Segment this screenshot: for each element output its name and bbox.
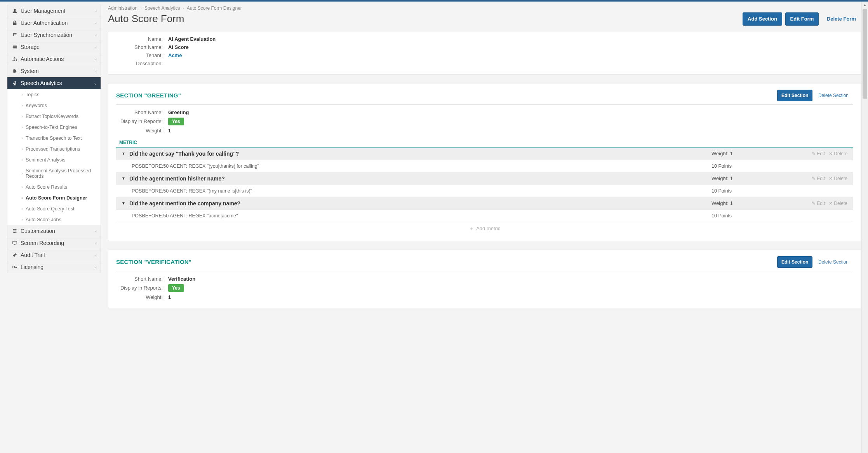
sidebar-subitem-label: Topics <box>26 92 39 97</box>
breadcrumb-item[interactable]: Speech Analytics <box>144 5 180 11</box>
main-content: Administration › Speech Analytics › Auto… <box>101 2 868 453</box>
sidebar-item-user-synchronization[interactable]: User Synchronization‹ <box>7 29 101 41</box>
chevron-left-icon: ‹ <box>96 45 97 49</box>
sidebar-subitem-auto-score-form-designer[interactable]: »Auto Score Form Designer <box>7 193 101 203</box>
add-metric-button[interactable]: ＋ Add metric <box>116 222 853 235</box>
sidebar-item-storage[interactable]: Storage‹ <box>7 41 101 53</box>
svg-point-4 <box>14 60 16 61</box>
section-card: SECTION "VERIFICATION"Edit Section Delet… <box>108 250 861 308</box>
sidebar-item-user-management[interactable]: User Management‹ <box>7 5 101 17</box>
edit-metric-button[interactable]: ✎ Edit <box>812 201 825 206</box>
sidebar-item-label: Automatic Actions <box>21 56 64 62</box>
delete-section-button[interactable]: Delete Section <box>814 256 853 268</box>
gear-icon <box>12 68 17 74</box>
edit-metric-button[interactable]: ✎ Edit <box>812 151 825 156</box>
label: Display in Reports: <box>116 118 163 124</box>
sidebar-item-label: Customization <box>21 228 55 234</box>
caret-down-icon[interactable]: ▼ <box>122 151 125 156</box>
sidebar-item-speech-analytics[interactable]: Speech Analytics⌄ <box>7 77 101 89</box>
svg-point-6 <box>13 229 14 230</box>
label: Short Name: <box>116 109 163 115</box>
metric-row: ▼Did the agent mention the company name?… <box>116 197 853 210</box>
metric-weight: Weight: 1 <box>711 175 789 181</box>
metric-question: Did the agent say "Thank you for calling… <box>129 151 711 157</box>
caret-down-icon[interactable]: ▼ <box>122 201 125 205</box>
chevron-left-icon: ‹ <box>96 9 97 13</box>
sidebar-subitem-processed-transcriptions[interactable]: »Processed Transcriptions <box>7 144 101 154</box>
sidebar-subitem-keywords[interactable]: »Keywords <box>7 100 101 111</box>
tenant-link[interactable]: Acme <box>168 52 182 58</box>
delete-metric-button[interactable]: ✕ Delete <box>829 176 847 181</box>
chevron-left-icon: ‹ <box>96 241 97 245</box>
section-weight-value: 1 <box>168 294 171 300</box>
sidebar-subitem-auto-score-query-test[interactable]: »Auto Score Query Test <box>7 203 101 214</box>
lock-icon <box>12 20 17 26</box>
section-title: SECTION "GREETING" <box>116 92 181 99</box>
sidebar-item-label: Speech Analytics <box>21 80 62 86</box>
chevron-right-icon: » <box>21 147 23 151</box>
breadcrumb-item[interactable]: Auto Score Form Designer <box>187 5 242 11</box>
sidebar-subitem-transcribe-speech-to-text[interactable]: »Transcribe Speech to Text <box>7 133 101 144</box>
sidebar-item-licensing[interactable]: Licensing‹ <box>7 261 101 273</box>
metric-points: 10 Points <box>711 213 789 219</box>
sidebar-item-system[interactable]: System‹ <box>7 65 101 77</box>
yes-badge: Yes <box>168 118 184 125</box>
sidebar-item-audit-trail[interactable]: Audit Trail‹ <box>7 249 101 261</box>
sidebar-subitem-sentiment-analysis-processed-records[interactable]: »Sentiment Analysis Processed Records <box>7 165 101 182</box>
label: Weight: <box>116 294 163 300</box>
sidebar-item-user-authentication[interactable]: User Authentication‹ <box>7 17 101 29</box>
edit-metric-button[interactable]: ✎ Edit <box>812 176 825 181</box>
metric-weight: Weight: 1 <box>711 200 789 206</box>
delete-metric-button[interactable]: ✕ Delete <box>829 151 847 156</box>
delete-metric-button[interactable]: ✕ Delete <box>829 201 847 206</box>
delete-section-button[interactable]: Delete Section <box>814 90 853 101</box>
chevron-right-icon: » <box>21 104 23 108</box>
page-title: Auto Score Form <box>108 13 184 25</box>
close-icon: ✕ <box>829 176 833 181</box>
scrollbar[interactable]: ▲ <box>861 2 868 453</box>
sidebar-subitem-topics[interactable]: »Topics <box>7 89 101 100</box>
sidebar-item-automatic-actions[interactable]: Automatic Actions‹ <box>7 53 101 65</box>
chevron-right-icon: › <box>140 6 141 10</box>
sidebar-subitem-auto-score-results[interactable]: »Auto Score Results <box>7 182 101 193</box>
metric-detail-row: POSBEFORE:50 AGENT: REGEX "(my name is|t… <box>116 185 853 197</box>
edit-icon: ✎ <box>812 151 816 156</box>
edit-icon: ✎ <box>812 176 816 181</box>
sidebar-item-label: User Synchronization <box>21 32 72 38</box>
add-section-button[interactable]: Add Section <box>743 12 782 26</box>
chevron-right-icon: » <box>21 218 23 222</box>
scroll-thumb[interactable] <box>863 9 867 99</box>
metric-expression: POSBEFORE:50 AGENT: REGEX "(you|thanks) … <box>132 163 711 169</box>
monitor-icon <box>12 240 17 246</box>
sidebar-subitem-speech-to-text-engines[interactable]: »Speech-to-Text Engines <box>7 122 101 133</box>
scroll-up-arrow-icon[interactable]: ▲ <box>862 2 868 8</box>
edit-section-button[interactable]: Edit Section <box>777 90 812 101</box>
user-icon <box>12 8 17 14</box>
sidebar-subitem-extract-topics-keywords[interactable]: »Extract Topics/Keywords <box>7 111 101 122</box>
svg-rect-9 <box>13 241 17 244</box>
label: Short Name: <box>116 276 163 282</box>
sidebar-subitem-label: Speech-to-Text Engines <box>26 125 77 130</box>
sidebar-subitem-seniment-analysis[interactable]: »Seniment Analysis <box>7 154 101 165</box>
svg-point-8 <box>14 232 15 233</box>
svg-rect-0 <box>13 46 17 47</box>
metric-detail-row: POSBEFORE:50 AGENT: REGEX "(you|thanks) … <box>116 160 853 172</box>
edit-form-button[interactable]: Edit Form <box>785 12 819 26</box>
section-shortname-value: Greeting <box>168 109 189 115</box>
sidebar-item-customization[interactable]: Customization‹ <box>7 225 101 237</box>
breadcrumb-item[interactable]: Administration <box>108 5 137 11</box>
metric-row: ▼Did the agent say "Thank you for callin… <box>116 148 853 160</box>
sync-icon <box>12 32 17 38</box>
caret-down-icon[interactable]: ▼ <box>122 176 125 181</box>
sidebar-item-screen-recording[interactable]: Screen Recording‹ <box>7 237 101 249</box>
svg-point-10 <box>13 266 15 268</box>
delete-form-button[interactable]: Delete Form <box>822 12 861 26</box>
sidebar-subitem-auto-score-jobs[interactable]: »Auto Score Jobs <box>7 214 101 225</box>
section-shortname-value: Verification <box>168 276 195 282</box>
sliders-icon <box>12 228 17 234</box>
chevron-right-icon: » <box>21 172 23 175</box>
sidebar: User Management‹User Authentication‹User… <box>0 2 101 453</box>
sidebar-subitem-label: Auto Score Results <box>26 184 67 190</box>
edit-section-button[interactable]: Edit Section <box>777 256 812 268</box>
metric-points: 10 Points <box>711 163 789 169</box>
